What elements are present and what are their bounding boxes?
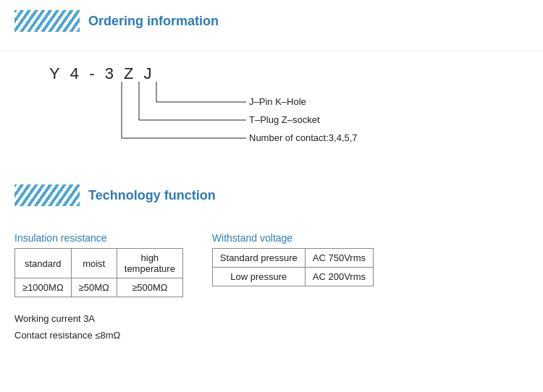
withstand-row-standard: Standard pressure AC 750Vrms [212, 249, 373, 268]
ordering-section: Ordering information [0, 0, 543, 51]
withstand-value-standard: AC 750Vrms [305, 249, 373, 268]
notes-area: Working current 3A Contact resistance ≤8… [0, 304, 543, 350]
withstand-title: Withstand voltage [212, 232, 374, 244]
insulation-val-standard: ≥1000MΩ [15, 278, 72, 297]
insulation-col-high: hightemperature [117, 249, 182, 278]
withstand-row-low: Low pressure AC 200Vrms [212, 268, 373, 286]
svg-text:T–Plug  Z–socket: T–Plug Z–socket [249, 114, 320, 125]
technology-section: Technology function [0, 174, 543, 225]
insulation-header-row: standard moist hightemperature [15, 249, 183, 278]
technology-header: Technology function [14, 184, 529, 206]
part-number-diagram: Y 4 - 3 Z J J–Pin K–Hole T–Plug Z–socket… [0, 51, 543, 174]
withstand-label-standard: Standard pressure [212, 249, 305, 268]
tech-stripe-icon [14, 184, 80, 206]
note-contact-resistance: Contact resistance ≤8mΩ [14, 327, 529, 344]
tables-area: Insulation resistance standard moist hig… [0, 225, 543, 304]
note-working-current: Working current 3A [14, 310, 529, 327]
insulation-col-moist: moist [71, 249, 117, 278]
insulation-col-standard: standard [15, 249, 72, 278]
svg-text:Number of contact:3,4,5,7: Number of contact:3,4,5,7 [249, 132, 358, 143]
insulation-table: standard moist hightemperature ≥1000MΩ ≥… [14, 248, 183, 297]
stripe-icon [14, 10, 80, 32]
insulation-title: Insulation resistance [14, 232, 183, 244]
svg-text:Y
       4
       -
       3
 : Y 4 - 3 Z J [49, 64, 152, 82]
withstand-label-low: Low pressure [212, 268, 305, 286]
svg-text:J–Pin  K–Hole: J–Pin K–Hole [249, 96, 306, 107]
withstand-value-low: AC 200Vrms [305, 268, 373, 286]
technology-title: Technology function [88, 188, 216, 203]
withstand-area: Withstand voltage Standard pressure AC 7… [212, 232, 374, 297]
ordering-header: Ordering information [14, 10, 529, 32]
insulation-val-high: ≥500MΩ [117, 278, 182, 297]
withstand-table: Standard pressure AC 750Vrms Low pressur… [212, 248, 374, 286]
ordering-title: Ordering information [88, 14, 219, 29]
insulation-area: Insulation resistance standard moist hig… [14, 232, 183, 297]
diagram-svg: Y 4 - 3 Z J J–Pin K–Hole T–Plug Z–socket… [0, 51, 543, 167]
insulation-val-moist: ≥50MΩ [71, 278, 117, 297]
insulation-value-row: ≥1000MΩ ≥50MΩ ≥500MΩ [15, 278, 183, 297]
